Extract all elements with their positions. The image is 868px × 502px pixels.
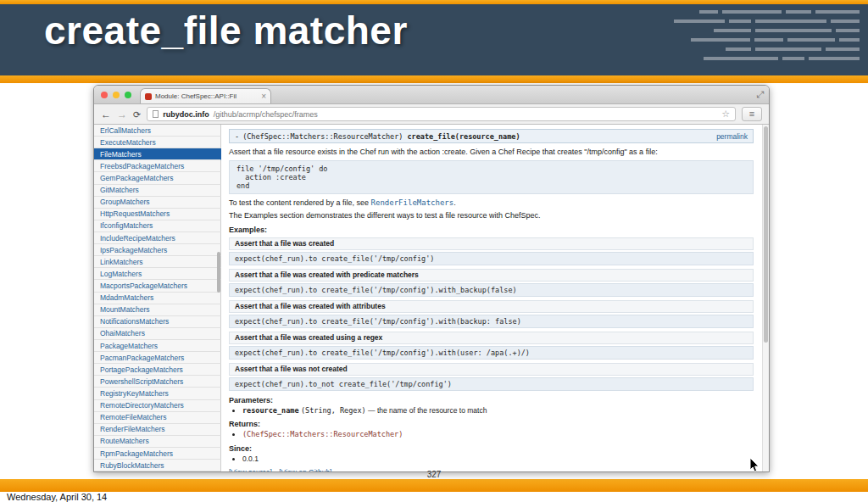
since-list: 0.0.1 [242, 455, 754, 464]
examples-label: Examples: [229, 226, 754, 234]
sidebar-item[interactable]: GemPackageMatchers [94, 172, 221, 184]
fullscreen-icon[interactable]: ⤢ [756, 89, 764, 100]
method-description: Assert that a file resource exists in th… [229, 148, 754, 157]
example-title: Assert that a file was created with pred… [229, 269, 754, 282]
forward-icon[interactable]: → [117, 109, 127, 120]
tab-close-icon[interactable]: × [261, 93, 266, 100]
sidebar-item[interactable]: GitMatchers [94, 185, 221, 197]
permalink-link[interactable]: permalink [716, 132, 748, 141]
parameter-item: resource_name (String, Regex) — the name… [242, 406, 754, 416]
sidebar-item[interactable]: PackageMatchers [94, 340, 221, 352]
example-block: Assert that a file was not created expec… [229, 363, 754, 391]
signature-dash: - [235, 132, 239, 141]
recipe-code-block: file '/tmp/config' do action :create end [229, 160, 754, 194]
url-domain: rubydoc.info [163, 110, 209, 119]
sidebar-item[interactable]: LinkMatchers [94, 256, 221, 268]
doc-content: - (ChefSpec::Matchers::ResourceMatcher) … [221, 125, 762, 471]
refresh-icon[interactable]: ⟳ [133, 109, 141, 120]
close-window-icon[interactable] [101, 92, 108, 98]
sidebar-item[interactable]: MountMatchers [94, 304, 221, 316]
sidebar-item[interactable]: RpmPackageMatchers [94, 448, 221, 460]
example-code: expect(chef_run).to_not create_file('/tm… [229, 377, 754, 391]
note-period: . [453, 198, 456, 207]
slide: create_file matcher Module: ChefSpec::AP… [0, 0, 868, 502]
accent-bar-bottom [0, 479, 868, 492]
sidebar-item[interactable]: MdadmMatchers [94, 293, 221, 304]
note-text: To test the content rendered by a file, … [229, 198, 371, 207]
signature-method: create_file(resource_name) [407, 132, 520, 141]
chrome-menu-button[interactable]: ≡ [742, 107, 762, 121]
sidebar-item[interactable]: IncludeRecipeMatchers [94, 232, 221, 244]
sidebar-item[interactable]: GroupMatchers [94, 197, 221, 209]
parameter-type: (String, Regex) [301, 406, 366, 415]
signature-return-type: (ChefSpec::Matchers::ResourceMatcher) [242, 132, 403, 141]
browser-titlebar: Module: ChefSpec::API::Fil × ⤢ [94, 86, 769, 104]
sidebar-item[interactable]: IfconfigMatchers [94, 220, 221, 232]
address-bar[interactable]: rubydoc.info/github/acrmp/chefspec/frame… [147, 107, 736, 121]
renderfilematchers-link[interactable]: RenderFileMatchers [371, 198, 454, 207]
matchers-list: ErlCallMatchers ExecuteMatchers FileMatc… [94, 125, 221, 471]
minimize-window-icon[interactable] [113, 92, 120, 98]
slide-header: create_file matcher [0, 4, 868, 75]
sidebar-item[interactable]: MacportsPackageMatchers [94, 280, 221, 292]
parameters-list: resource_name (String, Regex) — the name… [242, 406, 754, 416]
sidebar-item[interactable]: NotificationsMatchers [94, 316, 221, 328]
example-block: Assert that a file was created expect(ch… [229, 237, 754, 265]
sidebar-item[interactable]: IpsPackageMatchers [94, 244, 221, 256]
browser-tab[interactable]: Module: ChefSpec::API::Fil × [140, 88, 271, 103]
page-icon [153, 110, 159, 118]
since-item: 0.0.1 [242, 455, 754, 464]
sidebar-item[interactable]: FreebsdPackageMatchers [94, 160, 221, 172]
example-code: expect(chef_run).to create_file('/tmp/co… [229, 315, 754, 328]
main-scrollbar-thumb[interactable] [764, 126, 768, 343]
sidebar-item[interactable]: PortagePackageMatchers [94, 364, 221, 376]
back-icon[interactable]: ← [101, 109, 111, 120]
window-controls [101, 92, 131, 98]
slide-title: create_file matcher [44, 8, 408, 53]
accent-bar-top [0, 75, 868, 83]
sidebar-item[interactable]: PacmanPackageMatchers [94, 352, 221, 364]
url-path: /github/acrmp/chefspec/frames [214, 110, 318, 119]
parameter-name: resource_name [242, 406, 299, 415]
sidebar-item[interactable]: RemoteFileMatchers [94, 412, 221, 424]
slide-footer: Wednesday, April 30, 14 [0, 492, 868, 502]
sidebar-item[interactable]: ExecuteMatchers [94, 137, 221, 148]
sidebar-item[interactable]: RouteMatchers [94, 436, 221, 448]
bookmark-star-icon[interactable]: ☆ [721, 109, 730, 119]
matchers-sidebar: ErlCallMatchers ExecuteMatchers FileMatc… [94, 125, 221, 471]
tab-title: Module: ChefSpec::API::Fil [155, 92, 258, 100]
sidebar-item[interactable]: RegistryKeyMatchers [94, 388, 221, 399]
browser-window: Module: ChefSpec::API::Fil × ⤢ ← → ⟳ rub… [93, 85, 770, 472]
slide-body: Module: ChefSpec::API::Fil × ⤢ ← → ⟳ rub… [0, 83, 868, 479]
page-number: 327 [0, 470, 868, 479]
mouse-cursor-icon [749, 457, 760, 476]
parameter-desc: — the name of the resource to match [368, 406, 487, 415]
example-code: expect(chef_run).to create_file('/tmp/co… [229, 283, 754, 297]
sidebar-item[interactable]: LogMatchers [94, 268, 221, 280]
render-file-note: To test the content rendered by a file, … [229, 198, 754, 208]
rubydoc-favicon [145, 93, 152, 100]
sidebar-item[interactable]: HttpRequestMatchers [94, 209, 221, 220]
sidebar-item-filematchers[interactable]: FileMatchers [94, 148, 221, 160]
slide-date: Wednesday, April 30, 14 [7, 492, 107, 502]
returns-list: (ChefSpec::Matchers::ResourceMatcher) [242, 430, 754, 439]
main-scrollbar[interactable] [762, 125, 769, 471]
parameters-label: Parameters: [229, 396, 754, 404]
returns-label: Returns: [229, 420, 754, 428]
sidebar-item[interactable]: OhaiMatchers [94, 328, 221, 340]
example-block: Assert that a file was created with pred… [229, 269, 754, 297]
sidebar-item[interactable]: ErlCallMatchers [94, 125, 221, 137]
example-title: Assert that a file was created [229, 237, 754, 250]
method-signature-bar: - (ChefSpec::Matchers::ResourceMatcher) … [229, 129, 754, 143]
sidebar-scrollbar-thumb[interactable] [217, 252, 220, 293]
zoom-window-icon[interactable] [125, 92, 131, 98]
example-title: Assert that a file was created with attr… [229, 300, 754, 313]
sidebar-item[interactable]: RenderFileMatchers [94, 424, 221, 436]
blurred-notes-lines [590, 10, 860, 66]
example-title: Assert that a file was created using a r… [229, 332, 754, 344]
sidebar-item[interactable]: RemoteDirectoryMatchers [94, 400, 221, 412]
examples-note: The Examples section demonstrates the di… [229, 211, 754, 220]
sidebar-item[interactable]: PowershellScriptMatchers [94, 376, 221, 388]
example-block: Assert that a file was created using a r… [229, 332, 754, 360]
browser-content: ErlCallMatchers ExecuteMatchers FileMatc… [94, 125, 769, 471]
